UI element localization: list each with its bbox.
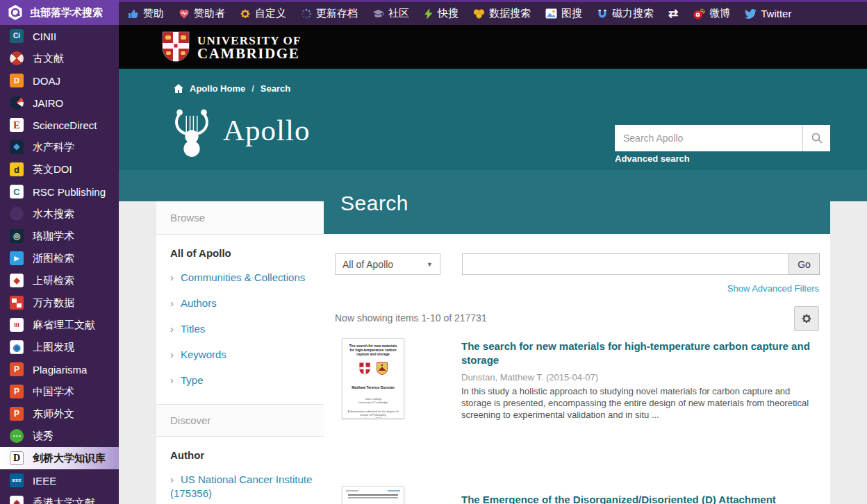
college-crest-small-icon bbox=[377, 362, 388, 376]
sidebar-item-zhetu[interactable]: ▶浙图检索 bbox=[0, 247, 119, 269]
shangtu-icon: ◉ bbox=[10, 340, 24, 354]
chevron-right-icon: › bbox=[170, 348, 174, 360]
apollo-search-button[interactable] bbox=[802, 125, 830, 151]
thumbs-up-icon bbox=[128, 8, 139, 19]
aquatic-science-icon: ❖ bbox=[10, 140, 24, 154]
breadcrumb-home-link[interactable]: Apollo Home bbox=[190, 83, 245, 94]
loading-icon bbox=[301, 8, 312, 19]
sidebar-item-shuimu[interactable]: 水木搜索 bbox=[0, 203, 119, 225]
twitter-icon bbox=[745, 9, 757, 19]
cambridge-crest-icon bbox=[162, 31, 190, 62]
result-title-link[interactable]: The search for new materials for high-te… bbox=[461, 339, 818, 367]
sidebar-item-cinii[interactable]: CiCINII bbox=[0, 25, 119, 47]
sidebar-item-duxiu[interactable]: ⋯读秀 bbox=[0, 425, 119, 447]
toolbar-item-loading[interactable]: 更新存档 bbox=[301, 7, 358, 20]
toolbar-item-graduation-cap[interactable]: 社区 bbox=[372, 7, 409, 20]
sidebar-item-doaj[interactable]: DDOAJ bbox=[0, 69, 119, 92]
graduation-cap-icon bbox=[372, 8, 384, 19]
result-thumbnail[interactable]: The search for new materials for high-te… bbox=[342, 338, 404, 419]
browse-link[interactable]: Communities & Collections bbox=[181, 271, 305, 283]
doi-icon: d bbox=[10, 162, 24, 176]
advanced-search-link[interactable]: Advanced search bbox=[615, 153, 690, 164]
show-advanced-filters-link[interactable]: Show Advanced Filters bbox=[727, 283, 819, 294]
sidebar-item-sciencedirect[interactable]: EScienceDirect bbox=[0, 114, 119, 136]
toolbar-item-coins[interactable]: 数据搜索 bbox=[473, 7, 531, 20]
sidebar-item-cambridge-repo[interactable]: D剑桥大学知识库 bbox=[0, 447, 119, 469]
browse-links: ›Communities & Collections›Authors›Title… bbox=[170, 271, 313, 387]
cinii-icon: Ci bbox=[10, 29, 24, 43]
toolbar-item-heart[interactable]: 赞助者 bbox=[179, 7, 225, 20]
magnet-icon bbox=[597, 8, 608, 19]
toolbar-item-lightning[interactable]: 快搜 bbox=[424, 7, 459, 20]
sidebar-item-shangtu[interactable]: ◉上图发现 bbox=[0, 336, 119, 358]
plagiarisma-icon: P bbox=[10, 362, 24, 376]
china-academic-icon: P bbox=[10, 385, 24, 398]
sidebar-item-doi[interactable]: d英文DOI bbox=[0, 158, 119, 180]
apollo-search-input[interactable] bbox=[615, 125, 802, 151]
apollo-logo[interactable]: Apollo bbox=[170, 108, 310, 158]
toolbar-item-twitter[interactable]: Twitter bbox=[745, 8, 791, 19]
display-options-button[interactable] bbox=[794, 306, 819, 331]
coins-icon bbox=[473, 8, 485, 19]
sidebar-item-ieee[interactable]: IEEEIEEE bbox=[0, 469, 119, 492]
swap-arrows-icon: ⇄ bbox=[668, 6, 678, 21]
toolbar-item-magnet[interactable]: 磁力搜索 bbox=[597, 7, 654, 20]
results-count: Now showing items 1-10 of 217731 bbox=[335, 312, 487, 324]
sidebar-item-wanfang[interactable]: 万方数据 bbox=[0, 292, 119, 314]
discover-header: Discover bbox=[156, 404, 324, 437]
browse-scope-title: All of Apollo bbox=[170, 247, 313, 259]
author-links: ›US National Cancer Institute (175356)›U… bbox=[170, 473, 313, 504]
sidebar-item-luojia[interactable]: ◎珞珈学术 bbox=[0, 225, 119, 247]
dongshi-icon: P bbox=[10, 407, 24, 421]
sidebar-list: CiCINII古文献DDOAJJAIROEScienceDirect❖水产科学d… bbox=[0, 25, 119, 504]
toolbar-item-gear[interactable]: 自定义 bbox=[240, 7, 286, 20]
chongbuluo-logo-icon bbox=[7, 4, 24, 21]
luojia-icon: ◎ bbox=[10, 229, 24, 243]
sidebar-item-hku[interactable]: ◈香港大学文献 bbox=[0, 492, 119, 504]
wanfang-icon bbox=[10, 296, 24, 310]
sidebar-item-jairo[interactable]: JAIRO bbox=[0, 92, 119, 114]
browse-link[interactable]: Type bbox=[181, 374, 204, 386]
gear-icon bbox=[240, 8, 251, 19]
ancient-texts-icon bbox=[10, 51, 24, 65]
toolbar-item-thumbs-up[interactable]: 赞助 bbox=[128, 7, 164, 20]
sidebar-item-rsc[interactable]: CRSC Publishing bbox=[0, 180, 119, 203]
results-list: The search for new materials for high-te… bbox=[324, 338, 830, 504]
rsc-icon: C bbox=[10, 185, 24, 199]
chevron-right-icon: › bbox=[170, 297, 174, 309]
toolbar-item-weibo[interactable]: 微博 bbox=[693, 7, 730, 20]
sidebar-item-mit[interactable]: III麻省理工文献 bbox=[0, 314, 119, 336]
page-title: Search bbox=[340, 192, 408, 215]
sidebar-item-ancient-texts[interactable]: 古文献 bbox=[0, 47, 119, 69]
home-icon[interactable] bbox=[174, 84, 183, 93]
browse-link-row: ›US National Cancer Institute (175356) bbox=[170, 473, 313, 501]
browse-link[interactable]: Titles bbox=[181, 323, 205, 335]
app-sidebar-header[interactable]: 虫部落学术搜索 bbox=[0, 0, 119, 25]
apollo-wordmark: Apollo bbox=[223, 113, 310, 147]
sidebar-item-shangyan[interactable]: ◆上研检索 bbox=[0, 269, 119, 292]
sidebar-item-dongshi[interactable]: P东师外文 bbox=[0, 403, 119, 425]
result-thumbnail[interactable] bbox=[342, 486, 404, 504]
breadcrumb: Apollo Home / Search bbox=[174, 83, 290, 94]
chevron-right-icon: › bbox=[170, 374, 174, 386]
browse-link[interactable]: Keywords bbox=[181, 348, 226, 360]
zhetu-icon: ▶ bbox=[10, 251, 24, 265]
sidebar-item-china-academic[interactable]: P中国学术 bbox=[0, 380, 119, 403]
browse-link[interactable]: Authors bbox=[181, 297, 217, 309]
sidebar-item-plagiarisma[interactable]: PPlagiarisma bbox=[0, 358, 119, 380]
browse-link[interactable]: US National Cancer Institute (175356) bbox=[170, 473, 312, 499]
shuimu-icon bbox=[10, 207, 24, 221]
query-input[interactable] bbox=[462, 253, 789, 275]
toolbar-item-swap-arrows[interactable]: ⇄ bbox=[668, 6, 678, 21]
lightning-icon bbox=[424, 8, 434, 19]
result-title-link[interactable]: The Emergence of the Disorganized/Disori… bbox=[461, 493, 818, 504]
app-title: 虫部落学术搜索 bbox=[30, 6, 103, 19]
toolbar-item-picture[interactable]: 图搜 bbox=[545, 7, 582, 20]
scope-select[interactable]: All of Apollo ▼ bbox=[335, 253, 440, 275]
sciencedirect-icon: E bbox=[10, 118, 24, 132]
go-button[interactable]: Go bbox=[788, 253, 820, 275]
sidebar-item-aquatic-science[interactable]: ❖水产科学 bbox=[0, 136, 119, 158]
cambridge-wordmark[interactable]: UNIVERSITY OF CAMBRIDGE bbox=[197, 34, 302, 60]
chevron-right-icon: › bbox=[170, 271, 174, 283]
weibo-icon bbox=[693, 8, 705, 19]
